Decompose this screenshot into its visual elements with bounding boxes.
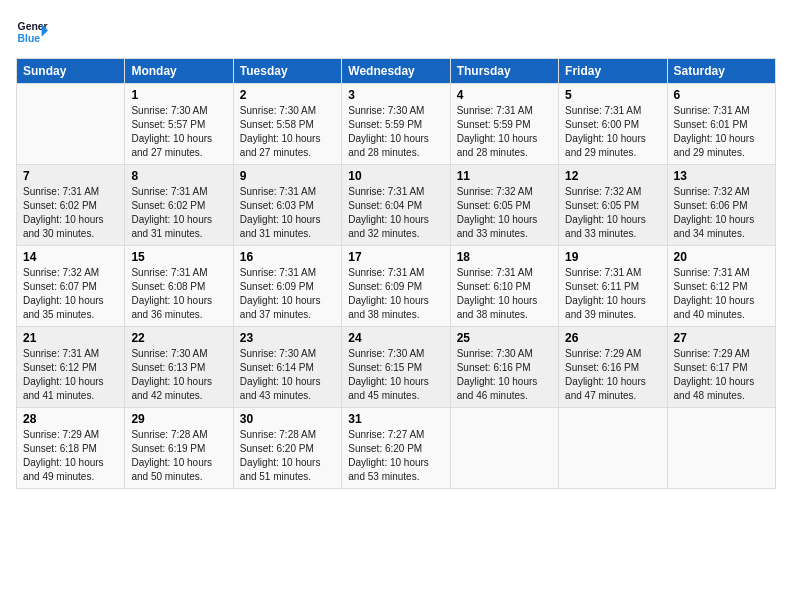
calendar-cell: 23Sunrise: 7:30 AM Sunset: 6:14 PM Dayli… bbox=[233, 327, 341, 408]
calendar-cell: 17Sunrise: 7:31 AM Sunset: 6:09 PM Dayli… bbox=[342, 246, 450, 327]
calendar-cell bbox=[559, 408, 667, 489]
calendar-cell: 27Sunrise: 7:29 AM Sunset: 6:17 PM Dayli… bbox=[667, 327, 775, 408]
weekday-header-thursday: Thursday bbox=[450, 59, 558, 84]
day-number: 10 bbox=[348, 169, 443, 183]
weekday-header-tuesday: Tuesday bbox=[233, 59, 341, 84]
calendar-cell: 13Sunrise: 7:32 AM Sunset: 6:06 PM Dayli… bbox=[667, 165, 775, 246]
day-number: 9 bbox=[240, 169, 335, 183]
day-number: 30 bbox=[240, 412, 335, 426]
day-info: Sunrise: 7:31 AM Sunset: 6:12 PM Dayligh… bbox=[23, 347, 118, 403]
day-number: 13 bbox=[674, 169, 769, 183]
day-number: 21 bbox=[23, 331, 118, 345]
day-number: 24 bbox=[348, 331, 443, 345]
day-number: 31 bbox=[348, 412, 443, 426]
day-info: Sunrise: 7:32 AM Sunset: 6:05 PM Dayligh… bbox=[565, 185, 660, 241]
day-number: 11 bbox=[457, 169, 552, 183]
day-info: Sunrise: 7:30 AM Sunset: 5:59 PM Dayligh… bbox=[348, 104, 443, 160]
day-info: Sunrise: 7:31 AM Sunset: 6:02 PM Dayligh… bbox=[23, 185, 118, 241]
day-info: Sunrise: 7:29 AM Sunset: 6:17 PM Dayligh… bbox=[674, 347, 769, 403]
calendar-cell: 7Sunrise: 7:31 AM Sunset: 6:02 PM Daylig… bbox=[17, 165, 125, 246]
day-info: Sunrise: 7:31 AM Sunset: 5:59 PM Dayligh… bbox=[457, 104, 552, 160]
day-number: 2 bbox=[240, 88, 335, 102]
calendar-cell: 18Sunrise: 7:31 AM Sunset: 6:10 PM Dayli… bbox=[450, 246, 558, 327]
day-info: Sunrise: 7:28 AM Sunset: 6:19 PM Dayligh… bbox=[131, 428, 226, 484]
calendar-cell: 15Sunrise: 7:31 AM Sunset: 6:08 PM Dayli… bbox=[125, 246, 233, 327]
calendar-cell: 5Sunrise: 7:31 AM Sunset: 6:00 PM Daylig… bbox=[559, 84, 667, 165]
weekday-header-sunday: Sunday bbox=[17, 59, 125, 84]
page-header: General Blue bbox=[16, 16, 776, 48]
day-info: Sunrise: 7:31 AM Sunset: 6:09 PM Dayligh… bbox=[348, 266, 443, 322]
calendar-cell: 30Sunrise: 7:28 AM Sunset: 6:20 PM Dayli… bbox=[233, 408, 341, 489]
day-info: Sunrise: 7:31 AM Sunset: 6:08 PM Dayligh… bbox=[131, 266, 226, 322]
day-number: 19 bbox=[565, 250, 660, 264]
day-info: Sunrise: 7:31 AM Sunset: 6:04 PM Dayligh… bbox=[348, 185, 443, 241]
calendar-cell: 1Sunrise: 7:30 AM Sunset: 5:57 PM Daylig… bbox=[125, 84, 233, 165]
day-number: 8 bbox=[131, 169, 226, 183]
calendar-week-row: 14Sunrise: 7:32 AM Sunset: 6:07 PM Dayli… bbox=[17, 246, 776, 327]
calendar-week-row: 1Sunrise: 7:30 AM Sunset: 5:57 PM Daylig… bbox=[17, 84, 776, 165]
day-number: 22 bbox=[131, 331, 226, 345]
day-number: 6 bbox=[674, 88, 769, 102]
calendar-cell: 11Sunrise: 7:32 AM Sunset: 6:05 PM Dayli… bbox=[450, 165, 558, 246]
calendar-cell: 3Sunrise: 7:30 AM Sunset: 5:59 PM Daylig… bbox=[342, 84, 450, 165]
calendar-cell: 8Sunrise: 7:31 AM Sunset: 6:02 PM Daylig… bbox=[125, 165, 233, 246]
day-number: 29 bbox=[131, 412, 226, 426]
day-info: Sunrise: 7:30 AM Sunset: 6:13 PM Dayligh… bbox=[131, 347, 226, 403]
calendar-cell: 29Sunrise: 7:28 AM Sunset: 6:19 PM Dayli… bbox=[125, 408, 233, 489]
weekday-header-friday: Friday bbox=[559, 59, 667, 84]
day-info: Sunrise: 7:29 AM Sunset: 6:18 PM Dayligh… bbox=[23, 428, 118, 484]
day-info: Sunrise: 7:32 AM Sunset: 6:05 PM Dayligh… bbox=[457, 185, 552, 241]
svg-text:Blue: Blue bbox=[18, 33, 41, 44]
weekday-header-wednesday: Wednesday bbox=[342, 59, 450, 84]
day-info: Sunrise: 7:31 AM Sunset: 6:11 PM Dayligh… bbox=[565, 266, 660, 322]
calendar-table: SundayMondayTuesdayWednesdayThursdayFrid… bbox=[16, 58, 776, 489]
weekday-header-monday: Monday bbox=[125, 59, 233, 84]
day-number: 14 bbox=[23, 250, 118, 264]
calendar-cell: 26Sunrise: 7:29 AM Sunset: 6:16 PM Dayli… bbox=[559, 327, 667, 408]
calendar-week-row: 28Sunrise: 7:29 AM Sunset: 6:18 PM Dayli… bbox=[17, 408, 776, 489]
calendar-cell: 14Sunrise: 7:32 AM Sunset: 6:07 PM Dayli… bbox=[17, 246, 125, 327]
day-number: 1 bbox=[131, 88, 226, 102]
calendar-cell: 4Sunrise: 7:31 AM Sunset: 5:59 PM Daylig… bbox=[450, 84, 558, 165]
calendar-cell: 21Sunrise: 7:31 AM Sunset: 6:12 PM Dayli… bbox=[17, 327, 125, 408]
day-info: Sunrise: 7:29 AM Sunset: 6:16 PM Dayligh… bbox=[565, 347, 660, 403]
calendar-cell: 10Sunrise: 7:31 AM Sunset: 6:04 PM Dayli… bbox=[342, 165, 450, 246]
day-number: 16 bbox=[240, 250, 335, 264]
calendar-week-row: 7Sunrise: 7:31 AM Sunset: 6:02 PM Daylig… bbox=[17, 165, 776, 246]
day-info: Sunrise: 7:30 AM Sunset: 6:14 PM Dayligh… bbox=[240, 347, 335, 403]
day-number: 4 bbox=[457, 88, 552, 102]
day-info: Sunrise: 7:31 AM Sunset: 6:03 PM Dayligh… bbox=[240, 185, 335, 241]
calendar-cell: 16Sunrise: 7:31 AM Sunset: 6:09 PM Dayli… bbox=[233, 246, 341, 327]
day-info: Sunrise: 7:31 AM Sunset: 6:01 PM Dayligh… bbox=[674, 104, 769, 160]
day-info: Sunrise: 7:27 AM Sunset: 6:20 PM Dayligh… bbox=[348, 428, 443, 484]
calendar-cell: 19Sunrise: 7:31 AM Sunset: 6:11 PM Dayli… bbox=[559, 246, 667, 327]
day-number: 3 bbox=[348, 88, 443, 102]
day-number: 18 bbox=[457, 250, 552, 264]
day-number: 25 bbox=[457, 331, 552, 345]
calendar-cell: 24Sunrise: 7:30 AM Sunset: 6:15 PM Dayli… bbox=[342, 327, 450, 408]
day-number: 12 bbox=[565, 169, 660, 183]
calendar-cell bbox=[667, 408, 775, 489]
weekday-header-row: SundayMondayTuesdayWednesdayThursdayFrid… bbox=[17, 59, 776, 84]
day-number: 28 bbox=[23, 412, 118, 426]
day-info: Sunrise: 7:31 AM Sunset: 6:00 PM Dayligh… bbox=[565, 104, 660, 160]
calendar-cell: 28Sunrise: 7:29 AM Sunset: 6:18 PM Dayli… bbox=[17, 408, 125, 489]
day-info: Sunrise: 7:32 AM Sunset: 6:07 PM Dayligh… bbox=[23, 266, 118, 322]
day-number: 27 bbox=[674, 331, 769, 345]
day-number: 26 bbox=[565, 331, 660, 345]
weekday-header-saturday: Saturday bbox=[667, 59, 775, 84]
day-info: Sunrise: 7:28 AM Sunset: 6:20 PM Dayligh… bbox=[240, 428, 335, 484]
calendar-cell: 22Sunrise: 7:30 AM Sunset: 6:13 PM Dayli… bbox=[125, 327, 233, 408]
calendar-cell: 20Sunrise: 7:31 AM Sunset: 6:12 PM Dayli… bbox=[667, 246, 775, 327]
day-number: 7 bbox=[23, 169, 118, 183]
calendar-cell: 25Sunrise: 7:30 AM Sunset: 6:16 PM Dayli… bbox=[450, 327, 558, 408]
day-info: Sunrise: 7:31 AM Sunset: 6:09 PM Dayligh… bbox=[240, 266, 335, 322]
calendar-cell: 6Sunrise: 7:31 AM Sunset: 6:01 PM Daylig… bbox=[667, 84, 775, 165]
day-number: 20 bbox=[674, 250, 769, 264]
day-info: Sunrise: 7:30 AM Sunset: 5:57 PM Dayligh… bbox=[131, 104, 226, 160]
day-info: Sunrise: 7:30 AM Sunset: 5:58 PM Dayligh… bbox=[240, 104, 335, 160]
calendar-cell bbox=[450, 408, 558, 489]
calendar-week-row: 21Sunrise: 7:31 AM Sunset: 6:12 PM Dayli… bbox=[17, 327, 776, 408]
day-number: 5 bbox=[565, 88, 660, 102]
calendar-cell: 2Sunrise: 7:30 AM Sunset: 5:58 PM Daylig… bbox=[233, 84, 341, 165]
